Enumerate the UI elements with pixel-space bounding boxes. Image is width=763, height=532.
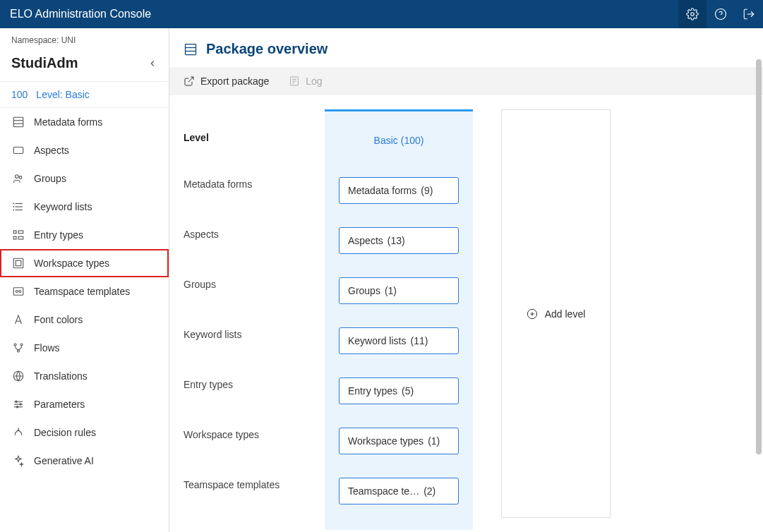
sidebar-item-keyword-lists[interactable]: Keyword lists — [0, 193, 169, 221]
row-label: Workspace types — [184, 409, 296, 459]
sidebar-item-label: Keyword lists — [34, 201, 92, 212]
aspects-icon — [11, 143, 25, 157]
row-label: Aspects — [184, 209, 296, 259]
level-selector[interactable]: 100 Level: Basic — [0, 81, 169, 108]
entry-types-icon — [11, 228, 25, 242]
svg-rect-19 — [18, 231, 23, 234]
translations-icon — [11, 369, 25, 383]
logout-icon — [743, 8, 755, 20]
overview-cell-metadata-forms[interactable]: Metadata forms(9) — [339, 177, 459, 204]
page-title-row: Package overview — [169, 28, 763, 67]
svg-point-14 — [13, 203, 14, 204]
svg-point-24 — [16, 291, 18, 293]
add-level-label: Add level — [545, 308, 586, 320]
svg-rect-17 — [13, 231, 16, 234]
sidebar-nav: Metadata formsAspectsGroupsKeyword lists… — [0, 108, 169, 532]
log-label: Log — [306, 75, 322, 87]
level-name: Level: Basic — [36, 89, 89, 100]
decision-rules-icon — [11, 425, 25, 440]
sidebar-item-groups[interactable]: Groups — [0, 164, 169, 193]
svg-rect-4 — [13, 117, 23, 127]
sidebar-item-workspace-types[interactable]: Workspace types — [0, 249, 169, 277]
svg-line-40 — [188, 77, 193, 82]
add-level-column[interactable]: Add level — [501, 109, 611, 518]
settings-button[interactable] — [678, 0, 707, 28]
sidebar-item-metadata-forms[interactable]: Metadata forms — [0, 108, 169, 136]
overview-cell-teamspace-templates[interactable]: Teamspace te…(2) — [339, 478, 459, 504]
row-label: Keyword lists — [184, 309, 296, 359]
overview-cell-entry-types[interactable]: Entry types(5) — [339, 377, 459, 404]
overview-cell-groups[interactable]: Groups(1) — [339, 277, 459, 304]
sidebar-item-decision-rules[interactable]: Decision rules — [0, 418, 169, 447]
sidebar-item-teamspace-templates[interactable]: Teamspace templates — [0, 277, 169, 306]
generative-ai-icon — [11, 454, 25, 468]
sidebar-item-label: Teamspace templates — [34, 286, 130, 297]
sidebar-item-label: Entry types — [34, 229, 83, 241]
log-icon — [289, 75, 300, 87]
sidebar-item-label: Decision rules — [34, 427, 96, 438]
svg-rect-21 — [13, 258, 23, 268]
export-package-button[interactable]: Export package — [184, 75, 269, 87]
sidebar-title: StudiAdm — [11, 55, 78, 71]
svg-point-9 — [16, 175, 19, 179]
svg-point-10 — [19, 176, 22, 179]
cell-name: Keyword lists — [348, 335, 406, 346]
cell-count: (1) — [428, 435, 440, 447]
overview-cell-keyword-lists[interactable]: Keyword lists(11) — [339, 327, 459, 354]
sidebar-item-translations[interactable]: Translations — [0, 362, 169, 390]
level-id: 100 — [11, 89, 28, 100]
logout-button[interactable] — [735, 0, 763, 28]
sidebar-item-generative-ai[interactable]: Generative AI — [0, 447, 169, 475]
svg-point-16 — [13, 210, 14, 210]
sidebar-item-font-colors[interactable]: Font colors — [0, 306, 169, 334]
metadata-forms-icon — [11, 115, 25, 129]
row-label: Teamspace templates — [184, 459, 296, 509]
keyword-lists-icon — [11, 200, 25, 214]
overview-cell-aspects[interactable]: Aspects(13) — [339, 227, 459, 254]
cell-count: (11) — [410, 335, 428, 346]
app-title: ELO Administration Console — [10, 8, 678, 20]
cell-name: Teamspace te… — [348, 485, 419, 497]
app-header: ELO Administration Console — [0, 0, 763, 28]
teamspace-templates-icon — [11, 284, 25, 298]
row-label: Entry types — [184, 359, 296, 409]
sidebar-item-aspects[interactable]: Aspects — [0, 136, 169, 164]
flows-icon — [11, 341, 25, 355]
sidebar-item-label: Font colors — [34, 314, 83, 325]
row-label: Groups — [184, 259, 296, 309]
sidebar-item-flows[interactable]: Flows — [0, 334, 169, 362]
groups-icon — [11, 171, 25, 186]
level-column-basic: Basic (100) Metadata forms(9)Aspects(13)… — [325, 109, 473, 530]
help-button[interactable] — [707, 0, 735, 28]
cell-name: Aspects — [348, 235, 383, 246]
chevron-left-icon[interactable] — [148, 59, 157, 68]
log-button: Log — [289, 75, 322, 87]
page-title: Package overview — [206, 41, 328, 57]
add-level-button[interactable]: Add level — [527, 308, 586, 320]
svg-point-25 — [19, 291, 21, 293]
parameters-icon — [11, 397, 25, 411]
cell-name: Metadata forms — [348, 185, 416, 196]
svg-rect-7 — [13, 147, 23, 154]
level-row-header: Level — [184, 132, 296, 143]
sidebar-item-label: Metadata forms — [34, 116, 102, 128]
cell-name: Workspace types — [348, 435, 423, 447]
svg-rect-22 — [16, 260, 21, 266]
level-column-header[interactable]: Basic (100) — [325, 111, 473, 150]
scrollbar[interactable] — [756, 59, 762, 454]
svg-point-27 — [14, 344, 16, 346]
export-icon — [184, 75, 195, 87]
cell-count: (9) — [421, 185, 433, 196]
font-colors-icon — [11, 313, 25, 327]
sidebar-item-entry-types[interactable]: Entry types — [0, 221, 169, 249]
workspace-types-icon — [11, 256, 25, 270]
svg-rect-18 — [13, 236, 16, 239]
svg-rect-20 — [18, 236, 23, 239]
help-icon — [714, 8, 727, 20]
sidebar-item-label: Flows — [34, 342, 60, 353]
row-labels-column: Level Metadata formsAspectsGroupsKeyword… — [184, 109, 296, 509]
sidebar: Namespace: UNI StudiAdm 100 Level: Basic… — [0, 28, 169, 532]
sidebar-item-parameters[interactable]: Parameters — [0, 390, 169, 418]
package-overview-icon — [184, 42, 198, 56]
overview-cell-workspace-types[interactable]: Workspace types(1) — [339, 428, 459, 454]
